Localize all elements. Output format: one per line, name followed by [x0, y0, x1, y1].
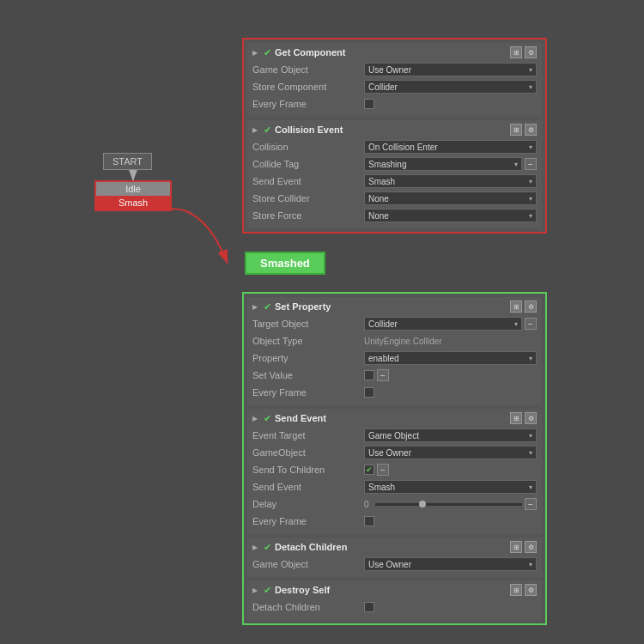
game-object-dropdown[interactable]: Use Owner ▾ [364, 63, 537, 76]
check-icon: ✔ [264, 47, 271, 58]
send-to-children-row: Send To Children ✔ − [252, 462, 537, 477]
start-node: START [103, 153, 152, 170]
set-property-header: ▶ ✔ Set Property ⊞ ⚙ [252, 301, 537, 313]
target-object-dropdown[interactable]: Collider ▾ [364, 317, 522, 331]
destroy-self-section: ▶ ✔ Destroy Self ⊞ ⚙ Detach Children [247, 580, 542, 620]
store-collider-dropdown[interactable]: None ▾ [364, 191, 537, 205]
state-title: Idle [96, 182, 170, 196]
info-icon-2[interactable]: ⊞ [510, 124, 522, 136]
every-frame-label-1: Every Frame [252, 99, 364, 109]
store-component-dropdown[interactable]: Collider ▾ [364, 80, 537, 94]
property-dropdown[interactable]: enabled ▾ [364, 351, 537, 365]
detach-children-checkbox[interactable] [364, 602, 374, 612]
destroy-self-title: Destroy Self [275, 585, 330, 595]
collapse-arrow-2[interactable]: ▶ [252, 126, 258, 134]
store-force-dropdown[interactable]: None ▾ [364, 209, 537, 222]
collision-dropdown[interactable]: On Collision Enter ▾ [364, 140, 537, 154]
bottom-panel: ▶ ✔ Set Property ⊞ ⚙ Target Object Colli… [242, 292, 547, 625]
collide-tag-row: Collide Tag Smashing ▾ − [252, 156, 537, 172]
store-collider-label: Store Collider [252, 193, 364, 204]
panel-icons: ⊞ ⚙ [510, 46, 537, 58]
detach-game-object-dropdown[interactable]: Use Owner ▾ [364, 557, 537, 571]
collapse-arrow-5[interactable]: ▶ [252, 544, 258, 551]
info-icon[interactable]: ⊞ [510, 46, 522, 58]
gear-icon-4[interactable]: ⚙ [525, 412, 537, 424]
info-icon-6[interactable]: ⊞ [510, 584, 522, 596]
event-target-label: Event Target [252, 430, 364, 440]
check-icon-4: ✔ [264, 413, 271, 424]
store-component-row: Store Component Collider ▾ [252, 79, 537, 94]
set-value-checkbox[interactable] [364, 370, 374, 380]
destroy-self-header: ▶ ✔ Destroy Self ⊞ ⚙ [252, 584, 537, 596]
store-component-label: Store Component [252, 82, 364, 92]
state-sub: Smash [96, 196, 170, 210]
every-frame-row-3: Every Frame [252, 513, 537, 529]
event-target-dropdown[interactable]: Game Object ▾ [364, 428, 537, 442]
info-icon-3[interactable]: ⊞ [510, 301, 522, 313]
set-value-label: Set Value [252, 370, 364, 380]
gear-icon-6[interactable]: ⚙ [525, 584, 537, 596]
info-icon-5[interactable]: ⊞ [510, 541, 522, 553]
state-node[interactable]: Idle Smash [94, 180, 172, 211]
panel-icons-3: ⊞ ⚙ [510, 301, 537, 313]
collapse-arrow[interactable]: ▶ [252, 49, 258, 57]
gear-icon-5[interactable]: ⚙ [525, 541, 537, 553]
send-event-row: Send Event Smash ▾ [252, 173, 537, 189]
collapse-arrow-4[interactable]: ▶ [252, 415, 258, 422]
gameobject-label: GameObject [252, 447, 364, 458]
panel-icons-2: ⊞ ⚙ [510, 124, 537, 136]
delay-value: 0 [364, 500, 369, 509]
detach-children-section: ▶ ✔ Detach Children ⊞ ⚙ Game Object Use … [247, 538, 542, 577]
detach-game-object-label: Game Object [252, 559, 364, 569]
collapse-arrow-3[interactable]: ▶ [252, 303, 258, 311]
send-to-children-checkbox[interactable]: ✔ [364, 465, 374, 475]
send-event-dropdown[interactable]: Smash ▾ [364, 174, 537, 188]
collapse-arrow-6[interactable]: ▶ [252, 586, 258, 594]
send-to-children-minus[interactable]: − [377, 464, 389, 476]
gear-icon[interactable]: ⚙ [525, 46, 537, 58]
check-icon-3: ✔ [264, 301, 271, 313]
get-component-title: Get Component [275, 47, 346, 58]
collide-tag-label: Collide Tag [252, 159, 364, 169]
delay-slider[interactable] [375, 503, 522, 506]
gear-icon-2[interactable]: ⚙ [525, 124, 537, 136]
every-frame-checkbox-2[interactable] [364, 387, 374, 398]
send-event-header: ▶ ✔ Send Event ⊞ ⚙ [252, 412, 537, 424]
detach-children-header: ▶ ✔ Detach Children ⊞ ⚙ [252, 541, 537, 553]
detach-children-title: Detach Children [275, 542, 347, 552]
send-to-children-label: Send To Children [252, 465, 364, 475]
detach-children-label: Detach Children [252, 602, 364, 612]
collision-event-section: ▶ ✔ Collision Event ⊞ ⚙ Collision On Col… [247, 120, 542, 228]
every-frame-label-2: Every Frame [252, 387, 364, 398]
target-object-minus[interactable]: − [525, 318, 537, 330]
every-frame-checkbox-3[interactable] [364, 516, 374, 526]
collision-event-title: Collision Event [275, 125, 343, 135]
delay-minus[interactable]: − [525, 498, 537, 510]
every-frame-row-2: Every Frame [252, 385, 537, 400]
every-frame-checkbox-1[interactable] [364, 99, 374, 109]
smashed-node[interactable]: Smashed [245, 252, 325, 275]
game-object-label: Game Object [252, 64, 364, 75]
check-icon-2: ✔ [264, 125, 271, 136]
check-icon-6: ✔ [264, 585, 271, 596]
detach-game-object-row: Game Object Use Owner ▾ [252, 556, 537, 572]
get-component-header: ▶ ✔ Get Component ⊞ ⚙ [252, 46, 537, 58]
store-collider-row: Store Collider None ▾ [252, 191, 537, 206]
panel-icons-5: ⊞ ⚙ [510, 541, 537, 553]
collide-tag-dropdown[interactable]: Smashing ▾ [364, 157, 522, 171]
collision-row: Collision On Collision Enter ▾ [252, 139, 537, 155]
info-icon-4[interactable]: ⊞ [510, 412, 522, 424]
game-object-row: Game Object Use Owner ▾ [252, 62, 537, 77]
panel-icons-4: ⊞ ⚙ [510, 412, 537, 424]
store-force-row: Store Force None ▾ [252, 208, 537, 223]
collide-tag-minus[interactable]: − [525, 158, 537, 170]
set-value-minus[interactable]: − [377, 369, 389, 381]
gameobject-dropdown[interactable]: Use Owner ▾ [364, 446, 537, 459]
gear-icon-3[interactable]: ⚙ [525, 301, 537, 313]
set-property-title: Set Property [275, 301, 331, 312]
send-event-label: Send Event [252, 176, 364, 186]
gameobject-row: GameObject Use Owner ▾ [252, 445, 537, 460]
send-event-2-dropdown[interactable]: Smash ▾ [364, 480, 537, 494]
send-event-2-label: Send Event [252, 482, 364, 492]
start-label: START [112, 156, 143, 167]
